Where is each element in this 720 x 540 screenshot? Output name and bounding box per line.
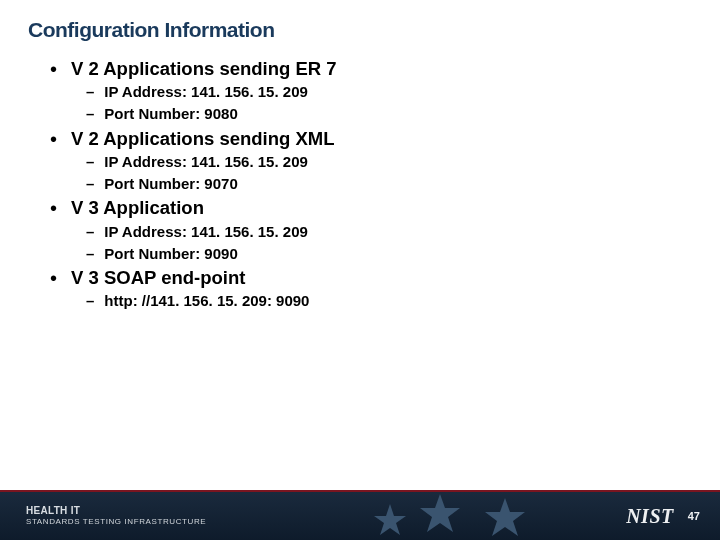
footer-right: NIST 47 (626, 505, 700, 528)
footer: HEALTH IT STANDARDS TESTING INFRASTRUCTU… (0, 490, 720, 540)
section-heading: V 3 SOAP end-point (71, 267, 245, 289)
bullet-dot-icon: • (50, 128, 57, 150)
bullet-level1: • V 2 Applications sending ER 7 (50, 58, 720, 80)
bullet-dot-icon: • (50, 197, 57, 219)
svg-marker-1 (420, 494, 460, 532)
brand-line1: HEALTH IT (26, 506, 206, 517)
bullet-dash-icon: – (86, 291, 94, 311)
bullet-dash-icon: – (86, 244, 94, 264)
bullet-level1: • V 3 SOAP end-point (50, 267, 720, 289)
section-item: http: //141. 156. 15. 209: 9090 (104, 291, 309, 311)
footer-brand: HEALTH IT STANDARDS TESTING INFRASTRUCTU… (26, 506, 206, 527)
bullet-level2: – IP Address: 141. 156. 15. 209 (86, 222, 720, 242)
slide-title: Configuration Information (0, 0, 720, 42)
bullet-level1: • V 3 Application (50, 197, 720, 219)
svg-marker-0 (374, 504, 406, 535)
section: • V 2 Applications sending XML – IP Addr… (50, 128, 720, 195)
section-item: Port Number: 9070 (104, 174, 237, 194)
slide: Configuration Information • V 2 Applicat… (0, 0, 720, 540)
bullet-level2: – IP Address: 141. 156. 15. 209 (86, 82, 720, 102)
bullet-level2: – IP Address: 141. 156. 15. 209 (86, 152, 720, 172)
section-item: IP Address: 141. 156. 15. 209 (104, 82, 307, 102)
bullet-level2: – http: //141. 156. 15. 209: 9090 (86, 291, 720, 311)
section-item: IP Address: 141. 156. 15. 209 (104, 152, 307, 172)
slide-content: • V 2 Applications sending ER 7 – IP Add… (0, 42, 720, 312)
bullet-dot-icon: • (50, 58, 57, 80)
bullet-dash-icon: – (86, 104, 94, 124)
page-number: 47 (688, 510, 700, 522)
stars-decoration (370, 490, 590, 540)
section-item: Port Number: 9080 (104, 104, 237, 124)
section-item: IP Address: 141. 156. 15. 209 (104, 222, 307, 242)
section-item: Port Number: 9090 (104, 244, 237, 264)
section-heading: V 2 Applications sending XML (71, 128, 334, 150)
section-heading: V 2 Applications sending ER 7 (71, 58, 337, 80)
bullet-dash-icon: – (86, 152, 94, 172)
bullet-dash-icon: – (86, 222, 94, 242)
svg-marker-2 (485, 498, 525, 536)
section: • V 3 Application – IP Address: 141. 156… (50, 197, 720, 264)
bullet-level1: • V 2 Applications sending XML (50, 128, 720, 150)
section: • V 2 Applications sending ER 7 – IP Add… (50, 58, 720, 125)
bullet-level2: – Port Number: 9090 (86, 244, 720, 264)
section-heading: V 3 Application (71, 197, 204, 219)
bullet-level2: – Port Number: 9080 (86, 104, 720, 124)
bullet-dash-icon: – (86, 82, 94, 102)
bullet-dot-icon: • (50, 267, 57, 289)
brand-line2: STANDARDS TESTING INFRASTRUCTURE (26, 518, 206, 526)
section: • V 3 SOAP end-point – http: //141. 156.… (50, 267, 720, 311)
nist-logo: NIST (626, 505, 674, 528)
bullet-dash-icon: – (86, 174, 94, 194)
bullet-level2: – Port Number: 9070 (86, 174, 720, 194)
